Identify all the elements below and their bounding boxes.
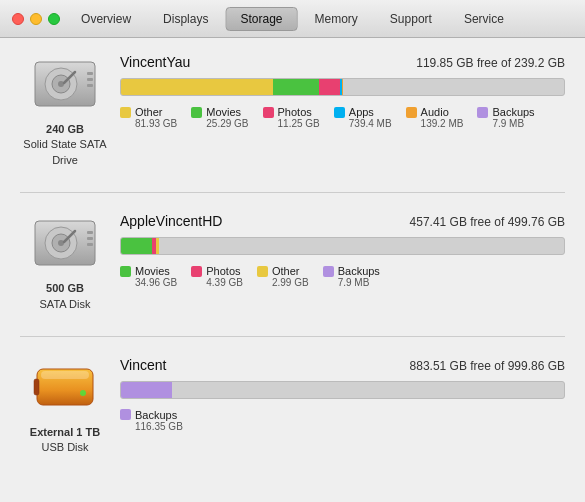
legend-name-backups: Backups [338, 265, 380, 277]
tab-overview[interactable]: Overview [66, 7, 146, 31]
svg-point-11 [58, 240, 64, 246]
hdd-icon [31, 54, 99, 118]
traffic-lights [12, 13, 60, 25]
legend-item-backups: Backups7.9 MB [323, 265, 380, 288]
drive-name-apple-vincent-hd: AppleVincentHD [120, 213, 222, 229]
storage-legend-vincent: Backups116.35 GB [120, 409, 565, 432]
legend-name-audio: Audio [421, 106, 449, 118]
legend-name-backups: Backups [135, 409, 177, 421]
legend-name-apps: Apps [349, 106, 374, 118]
storage-bar-vincent-yau [120, 78, 565, 96]
tab-storage[interactable]: Storage [225, 7, 297, 31]
svg-rect-13 [87, 231, 93, 234]
bar-segment-photos [319, 79, 340, 95]
legend-dot-backups [477, 107, 488, 118]
hdd-icon [31, 213, 99, 277]
legend-item-photos: Photos11.25 GB [263, 106, 320, 129]
svg-rect-7 [87, 84, 93, 87]
bar-segment-other [121, 79, 273, 95]
legend-dot-apps [334, 107, 345, 118]
svg-rect-5 [87, 72, 93, 75]
legend-dot-photos [263, 107, 274, 118]
legend-size-movies: 34.96 GB [135, 277, 177, 288]
svg-point-18 [80, 390, 86, 396]
drive-info-vincent-yau: VincentYau119.85 GB free of 239.2 GBOthe… [110, 54, 565, 129]
bar-segment-movies [121, 238, 152, 254]
legend-item-other: Other81.93 GB [120, 106, 177, 129]
legend-size-other: 2.99 GB [272, 277, 309, 288]
drive-icon-area-apple-vincent-hd: 500 GBSATA Disk [20, 213, 110, 312]
legend-name-backups: Backups [492, 106, 534, 118]
drive-icon-area-vincent: External 1 TBUSB Disk [20, 357, 110, 456]
legend-item-audio: Audio139.2 MB [406, 106, 464, 129]
legend-dot-backups [120, 409, 131, 420]
legend-dot-other [120, 107, 131, 118]
drive-divider-0 [20, 192, 565, 193]
legend-size-backups: 116.35 GB [135, 421, 183, 432]
svg-rect-19 [34, 379, 39, 395]
drive-divider-1 [20, 336, 565, 337]
maximize-button[interactable] [48, 13, 60, 25]
legend-item-movies: Movies25.29 GB [191, 106, 248, 129]
svg-rect-14 [87, 237, 93, 240]
drive-label-vincent: External 1 TBUSB Disk [30, 425, 100, 456]
legend-item-apps: Apps739.4 MB [334, 106, 392, 129]
legend-dot-backups [323, 266, 334, 277]
legend-item-other: Other2.99 GB [257, 265, 309, 288]
usb-disk-icon [31, 357, 99, 421]
tab-memory[interactable]: Memory [300, 7, 373, 31]
tab-service[interactable]: Service [449, 7, 519, 31]
drive-free-vincent: 883.51 GB free of 999.86 GB [410, 359, 565, 373]
tab-support[interactable]: Support [375, 7, 447, 31]
legend-size-photos: 11.25 GB [278, 118, 320, 129]
minimize-button[interactable] [30, 13, 42, 25]
tab-bar: OverviewDisplaysStorageMemorySupportServ… [66, 7, 519, 31]
tab-displays[interactable]: Displays [148, 7, 223, 31]
storage-legend-apple-vincent-hd: Movies34.96 GBPhotos4.39 GBOther2.99 GBB… [120, 265, 565, 288]
drive-header-vincent: Vincent883.51 GB free of 999.86 GB [120, 357, 565, 373]
drive-row-apple-vincent-hd: 500 GBSATA DiskAppleVincentHD457.41 GB f… [20, 213, 565, 312]
drive-icon-area-vincent-yau: 240 GBSolid State SATADrive [20, 54, 110, 168]
legend-dot-movies [191, 107, 202, 118]
drive-info-apple-vincent-hd: AppleVincentHD457.41 GB free of 499.76 G… [110, 213, 565, 288]
titlebar: OverviewDisplaysStorageMemorySupportServ… [0, 0, 585, 38]
main-content: 240 GBSolid State SATADriveVincentYau119… [0, 38, 585, 502]
storage-bar-apple-vincent-hd [120, 237, 565, 255]
legend-item-movies: Movies34.96 GB [120, 265, 177, 288]
legend-dot-movies [120, 266, 131, 277]
legend-name-photos: Photos [206, 265, 240, 277]
drive-free-apple-vincent-hd: 457.41 GB free of 499.76 GB [410, 215, 565, 229]
svg-rect-6 [87, 78, 93, 81]
legend-name-other: Other [272, 265, 300, 277]
legend-dot-photos [191, 266, 202, 277]
legend-size-backups: 7.9 MB [492, 118, 524, 129]
close-button[interactable] [12, 13, 24, 25]
bar-segment-backups [121, 382, 172, 398]
drive-row-vincent: External 1 TBUSB DiskVincent883.51 GB fr… [20, 357, 565, 456]
legend-item-photos: Photos4.39 GB [191, 265, 243, 288]
bar-segment-movies [273, 79, 320, 95]
drive-free-vincent-yau: 119.85 GB free of 239.2 GB [416, 56, 565, 70]
drive-label-vincent-yau: 240 GBSolid State SATADrive [23, 122, 106, 168]
storage-bar-vincent [120, 381, 565, 399]
svg-rect-17 [41, 371, 89, 379]
drive-header-apple-vincent-hd: AppleVincentHD457.41 GB free of 499.76 G… [120, 213, 565, 229]
legend-size-apps: 739.4 MB [349, 118, 392, 129]
drive-header-vincent-yau: VincentYau119.85 GB free of 239.2 GB [120, 54, 565, 70]
legend-name-movies: Movies [135, 265, 170, 277]
legend-size-photos: 4.39 GB [206, 277, 243, 288]
legend-item-backups: Backups7.9 MB [477, 106, 534, 129]
drive-name-vincent: Vincent [120, 357, 166, 373]
legend-dot-other [257, 266, 268, 277]
drive-row-vincent-yau: 240 GBSolid State SATADriveVincentYau119… [20, 54, 565, 168]
svg-point-3 [58, 81, 64, 87]
svg-rect-15 [87, 243, 93, 246]
legend-name-other: Other [135, 106, 163, 118]
storage-legend-vincent-yau: Other81.93 GBMovies25.29 GBPhotos11.25 G… [120, 106, 565, 129]
legend-item-backups: Backups116.35 GB [120, 409, 183, 432]
legend-size-movies: 25.29 GB [206, 118, 248, 129]
drive-label-apple-vincent-hd: 500 GBSATA Disk [40, 281, 91, 312]
legend-size-other: 81.93 GB [135, 118, 177, 129]
drive-info-vincent: Vincent883.51 GB free of 999.86 GBBackup… [110, 357, 565, 432]
legend-size-audio: 139.2 MB [421, 118, 464, 129]
